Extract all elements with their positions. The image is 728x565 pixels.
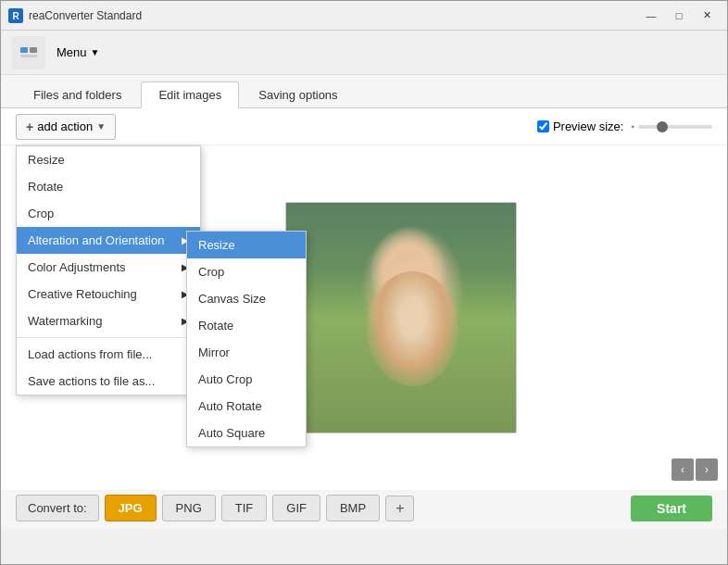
menu-item-color[interactable]: Color Adjustments ▶: [17, 254, 200, 281]
prev-image-button[interactable]: ‹: [672, 458, 694, 481]
preview-checkbox-container: Preview size:: [537, 119, 624, 133]
format-jpg-button[interactable]: JPG: [105, 495, 157, 521]
add-format-button[interactable]: +: [385, 496, 414, 521]
format-gif-button[interactable]: GIF: [272, 495, 320, 521]
menu-label: Menu: [56, 45, 87, 59]
submenu-item-mirror[interactable]: Mirror: [187, 339, 306, 366]
minimize-button[interactable]: —: [638, 6, 664, 25]
menu-item-load[interactable]: Load actions from file...: [17, 341, 200, 368]
add-action-label: add action: [37, 119, 93, 133]
submenu-item-autocrop[interactable]: Auto Crop: [187, 366, 306, 393]
menu-arrow-icon: ▼: [91, 47, 100, 57]
add-action-dropdown: Resize Rotate Crop Alteration and Orient…: [16, 145, 201, 396]
app-title: reaConverter Standard: [29, 9, 638, 22]
close-button[interactable]: ✕: [694, 6, 720, 25]
tab-files[interactable]: Files and folders: [16, 82, 139, 107]
slider-track[interactable]: [638, 125, 712, 129]
menu-item-watermarking[interactable]: Watermarking ▶: [17, 308, 200, 334]
menubar: Menu ▼: [1, 31, 727, 75]
content-wrapper: + add action ▼ Preview size: ▪ ‹ ›: [1, 108, 727, 453]
svg-text:R: R: [12, 11, 19, 21]
bottom-toolbar: Convert to: JPG PNG TIF GIF BMP + Start: [1, 486, 727, 529]
menu-divider: [17, 337, 200, 338]
slider-thumb[interactable]: [657, 121, 668, 132]
svg-rect-3: [20, 47, 28, 53]
menu-item-crop[interactable]: Crop: [17, 200, 200, 227]
submenu-item-autorotate[interactable]: Auto Rotate: [187, 393, 306, 420]
nav-arrows: ‹ ›: [672, 458, 718, 481]
menu-button[interactable]: Menu ▼: [51, 42, 105, 63]
maximize-button[interactable]: □: [666, 6, 692, 25]
alteration-submenu: Resize Crop Canvas Size Rotate Mirror Au…: [186, 231, 307, 447]
tab-edit[interactable]: Edit images: [141, 82, 239, 108]
menu-item-creative[interactable]: Creative Retouching ▶: [17, 281, 200, 308]
preview-size-slider-container: ▪: [631, 121, 712, 132]
format-bmp-button[interactable]: BMP: [326, 495, 380, 521]
submenu-item-rotate[interactable]: Rotate: [187, 312, 306, 339]
slider-min-icon: ▪: [631, 121, 634, 132]
menu-item-alteration[interactable]: Alteration and Orientation ▶: [17, 227, 200, 254]
format-png-button[interactable]: PNG: [162, 495, 216, 521]
tab-bar: Files and folders Edit images Saving opt…: [1, 75, 727, 108]
preview-label: Preview size:: [553, 119, 624, 133]
chevron-down-icon: ▼: [96, 121, 106, 132]
svg-rect-4: [30, 47, 37, 53]
app-icon: R: [8, 8, 23, 23]
preview-image: [285, 202, 517, 433]
submenu-item-autosquare[interactable]: Auto Square: [187, 420, 306, 446]
start-button[interactable]: Start: [631, 496, 712, 521]
submenu-item-canvas[interactable]: Canvas Size: [187, 285, 306, 312]
titlebar: R reaConverter Standard — □ ✕: [1, 1, 727, 31]
app-logo-icon: [12, 36, 45, 69]
add-action-button[interactable]: + add action ▼: [16, 114, 116, 140]
submenu-item-resize[interactable]: Resize: [187, 232, 306, 258]
convert-to-label: Convert to:: [16, 495, 99, 521]
preview-checkbox[interactable]: [537, 120, 549, 132]
next-image-button[interactable]: ›: [696, 458, 718, 481]
menu-item-rotate[interactable]: Rotate: [17, 173, 200, 200]
toolbar-right: Preview size: ▪: [537, 119, 712, 133]
tab-saving[interactable]: Saving options: [241, 82, 355, 107]
plus-icon: +: [26, 119, 33, 134]
menu-item-save-actions[interactable]: Save actions to file as...: [17, 368, 200, 395]
edit-toolbar: + add action ▼ Preview size: ▪: [1, 108, 727, 145]
menu-item-resize[interactable]: Resize: [17, 146, 200, 173]
svg-rect-2: [18, 42, 40, 64]
submenu-item-crop[interactable]: Crop: [187, 258, 306, 285]
svg-rect-5: [20, 55, 37, 57]
window-controls: — □ ✕: [638, 6, 720, 25]
format-tif-button[interactable]: TIF: [221, 495, 268, 521]
